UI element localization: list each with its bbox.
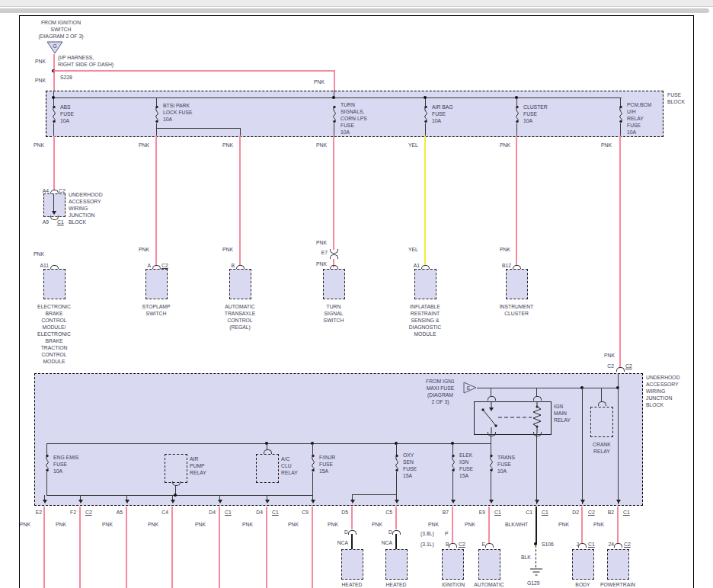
connector-icon — [488, 396, 496, 401]
wire-jog — [352, 494, 397, 495]
wire-color-label: PNK — [328, 521, 338, 528]
fuse-block-label: FUSE BLOCK — [667, 91, 685, 105]
pin-label: C2 — [588, 509, 595, 516]
exit-wire — [488, 507, 490, 543]
wire-color-label: BLK — [521, 554, 531, 561]
lower-bottom-bus — [46, 495, 313, 496]
wire-stub — [516, 123, 517, 136]
component-label: POWERTRAIN — [591, 581, 644, 588]
fuse-icon — [449, 454, 457, 472]
component-box — [572, 549, 594, 580]
wire-color-label: PNK — [500, 246, 510, 253]
fuse-icon — [50, 105, 58, 123]
component-box — [478, 549, 500, 580]
pin-label: C1 — [588, 541, 595, 548]
wire-stub — [618, 373, 619, 504]
fuse-block-bus — [53, 97, 622, 98]
arrow-down-icon — [395, 500, 399, 503]
wire-stub — [53, 123, 54, 136]
pin-label: D — [330, 529, 348, 535]
fuse-icon — [393, 454, 401, 472]
wire-airbag-branch — [424, 136, 426, 266]
wire-stub — [601, 388, 602, 402]
fuse-icon — [617, 105, 625, 123]
wire-color-label: PNK — [102, 521, 113, 528]
pin-label: C1 — [57, 219, 64, 225]
wire-ground-dashed — [536, 545, 536, 567]
crank-relay-box — [590, 407, 613, 437]
wire-stub — [452, 472, 453, 500]
junction-block-small-label: UNDERHOOD ACCESSORY WIRING JUNCTION BLOC… — [69, 191, 103, 225]
arrow-down-icon — [78, 500, 83, 503]
connector-icon — [533, 396, 542, 401]
connector-icon — [598, 401, 606, 406]
pin-label: D4 — [245, 509, 263, 516]
wire-jog — [156, 128, 241, 129]
junction-block-lower-label: UNDERHOOD ACCESSORY WIRING JUNCTION BLOC… — [646, 374, 680, 408]
pin-label: D — [374, 529, 392, 535]
horizontal-scrollbar-track[interactable] — [0, 0, 713, 7]
connector-icon — [578, 543, 587, 548]
wire-color-label: PNK — [56, 521, 66, 528]
pin-label: C5 — [374, 509, 392, 516]
wire-color-label: PNK — [222, 246, 233, 253]
connector-icon — [449, 543, 457, 548]
pin-label: C2 — [161, 262, 168, 269]
ground-label: G129 — [527, 580, 540, 586]
wire-color-label: PNK — [35, 77, 46, 84]
wire-color-label: PNK — [428, 521, 439, 528]
exit-wire — [126, 507, 127, 588]
pin-label: F2 — [58, 509, 76, 516]
air-pump-relay-box — [165, 454, 187, 483]
fuse-icon — [488, 454, 495, 472]
pin-label: C2 — [85, 509, 92, 516]
arrow-down-icon — [311, 500, 315, 503]
pin-label: D2 — [561, 509, 579, 516]
svg-text:E: E — [467, 385, 471, 391]
component-box — [414, 269, 436, 299]
wire-stub — [452, 443, 453, 455]
arrow-down-icon — [218, 500, 222, 503]
fuse-label: TURN SIGNALS, CORN LPS FUSE 10A — [341, 101, 367, 136]
wire-abs-branch — [53, 136, 55, 190]
fuse-label: ABS FUSE 10A — [60, 104, 74, 124]
fuse-icon — [153, 105, 161, 123]
crank-relay-label: CRANK RELAY — [575, 441, 628, 455]
pin-label: B — [216, 262, 235, 269]
variant-label: (3.1L) — [420, 541, 434, 548]
exit-wire — [171, 507, 173, 588]
wire-color-label: PNK — [316, 239, 327, 246]
lower-bus — [46, 443, 491, 444]
exit-wire — [581, 507, 583, 543]
wire-color-label: PNK — [601, 142, 612, 149]
component-label: HEATED — [329, 581, 375, 588]
pin-label: C1 — [494, 509, 501, 516]
wire-stub — [46, 472, 47, 496]
splice-label: S228 — [60, 74, 72, 81]
horizontal-scrollbar-thumb[interactable] — [0, 8, 709, 13]
fuse-icon — [309, 454, 317, 472]
wire-stub — [334, 123, 334, 136]
wire-color-label: PNK — [558, 521, 569, 528]
wire-stub — [46, 443, 47, 455]
pin-label: C2 — [596, 363, 614, 369]
pin-label: E9 — [467, 509, 485, 516]
fuse-icon — [513, 105, 521, 123]
component-box — [229, 269, 251, 299]
exit-wire — [395, 507, 397, 529]
connector-icon — [392, 530, 401, 535]
pin-label: C1 — [542, 509, 548, 516]
arrow-down-icon — [451, 500, 456, 503]
exit-wire — [312, 507, 313, 588]
wire-color-label: PNK — [372, 521, 382, 528]
ac-clu-relay-box — [256, 454, 279, 483]
component-box — [43, 269, 66, 299]
fuse-label: BTSI PARK LOCK FUSE 10A — [163, 102, 193, 123]
pin-label: A5 — [104, 509, 123, 516]
connector-triangle-icon: G — [46, 41, 63, 54]
pin-label: P — [445, 530, 449, 537]
splice-label: S106 — [542, 541, 554, 548]
fuse-label: PCM,BCM U/H RELAY FUSE 10A — [627, 101, 651, 136]
connector-icon — [348, 530, 356, 535]
pin-label: B2 — [596, 509, 614, 516]
